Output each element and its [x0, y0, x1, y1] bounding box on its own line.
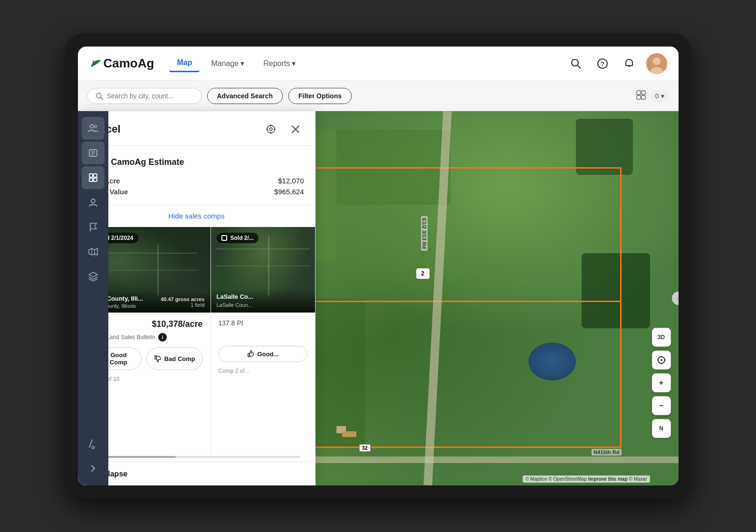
compare-badge[interactable]: 0 ▾	[651, 90, 669, 102]
dollar-icon	[88, 148, 98, 158]
comp-card-info-2: LaSalle Co... LaSalle Coun...	[211, 289, 315, 313]
estimate-title: CamoAg Estimate	[111, 157, 184, 167]
close-button[interactable]	[287, 121, 304, 138]
search-input-wrap[interactable]	[87, 88, 201, 104]
parcel-panel: Parcel	[78, 111, 316, 485]
advanced-search-button[interactable]: Advanced Search	[207, 88, 283, 104]
svg-point-27	[92, 446, 94, 449]
bell-icon	[624, 58, 634, 69]
flag-icon	[88, 222, 98, 232]
per-acre-value: $12,070	[278, 177, 304, 185]
layers-icon	[88, 271, 98, 282]
sidebar-item-map[interactable]	[82, 240, 105, 263]
svg-line-8	[101, 97, 103, 99]
estimate-rows: Per Acre $12,070 Total Value $965,624	[89, 175, 304, 197]
total-value-value: $965,624	[274, 188, 304, 196]
tablet-frame: CamoAg Map Manage ▾ Reports ▾	[65, 33, 692, 499]
svg-rect-22	[94, 178, 97, 181]
parcel-border-inner	[279, 167, 622, 302]
good-comp-button-2[interactable]: Good...	[219, 346, 307, 362]
notifications-button[interactable]	[620, 54, 639, 73]
search-input-icon	[96, 92, 103, 100]
source-info-button[interactable]: i	[158, 333, 167, 342]
tablet-screen: CamoAg Map Manage ▾ Reports ▾	[78, 47, 679, 485]
road-label-n415: N415th Rd	[592, 449, 621, 456]
search-icon	[571, 58, 581, 69]
locate-button[interactable]	[652, 351, 671, 370]
nav-links: Map Manage ▾ Reports ▾	[169, 55, 566, 72]
comp-pi-price-2: 137.8 PI	[219, 319, 307, 327]
svg-point-35	[269, 128, 272, 131]
svg-text:?: ?	[601, 60, 604, 67]
sidebar-item-grid[interactable]	[82, 166, 105, 189]
pond	[528, 342, 576, 380]
parcel-number: 2	[416, 268, 430, 279]
comp-actions-2: Good...	[219, 346, 307, 362]
people-icon	[88, 123, 98, 133]
chevron-right-icon	[89, 464, 97, 473]
sidebar-item-person[interactable]	[82, 191, 105, 214]
comp-scrollbar[interactable]	[93, 456, 300, 458]
top-nav: CamoAg Map Manage ▾ Reports ▾	[78, 47, 679, 81]
compare-icon	[635, 89, 647, 103]
thumbs-down-icon	[154, 355, 162, 362]
logo: CamoAg	[89, 56, 154, 71]
help-icon: ?	[597, 58, 608, 69]
svg-rect-10	[641, 91, 645, 95]
nav-reports[interactable]: Reports ▾	[256, 55, 303, 72]
comp-price-1: $10,378/acre	[152, 319, 202, 329]
svg-point-13	[90, 125, 93, 128]
estimate-title-row: $ CamoAg Estimate	[89, 153, 304, 171]
app-name: CamoAg	[104, 56, 154, 71]
map-controls: 3D + − N	[652, 328, 671, 438]
comp-details-2: 137.8 PI Good...	[211, 313, 315, 380]
svg-rect-20	[94, 174, 97, 177]
collapse-bar[interactable]: ‹ Collapse	[78, 462, 316, 485]
compare-area: 0 ▾	[635, 89, 669, 103]
user-avatar[interactable]	[646, 53, 667, 74]
locate-icon	[657, 355, 666, 365]
bad-comp-button[interactable]: Bad Comp	[146, 347, 203, 370]
comp-sold-badge-2: Sold 2/...	[217, 233, 258, 243]
svg-rect-12	[641, 95, 645, 99]
search-bar: Advanced Search Filter Options 0 ▾	[78, 81, 679, 111]
zoom-in-button[interactable]: +	[652, 373, 671, 392]
svg-rect-21	[89, 178, 93, 181]
estimate-section: $ CamoAg Estimate Per Acre $12,070 Total…	[78, 146, 316, 205]
north-button[interactable]: N	[652, 419, 671, 438]
hide-comps-button[interactable]: Hide sales comps	[78, 205, 316, 227]
nav-map[interactable]: Map	[169, 55, 200, 72]
sidebar-item-dollar[interactable]	[82, 142, 105, 164]
comp-counter-2: Comp 2 of...	[219, 368, 307, 380]
svg-point-23	[91, 199, 95, 203]
sidebar	[78, 111, 108, 485]
3d-button[interactable]: 3D	[652, 328, 671, 347]
crosshair-icon	[266, 124, 276, 134]
help-button[interactable]: ?	[593, 54, 612, 73]
measure-icon	[88, 438, 98, 449]
comps-scroll[interactable]: Sold 2/1/2024 LaSalle County, Illi... 40…	[78, 227, 316, 452]
nav-manage[interactable]: Manage ▾	[203, 55, 252, 72]
sidebar-item-people[interactable]	[82, 117, 105, 140]
grid-icon	[88, 172, 98, 183]
svg-rect-9	[637, 91, 641, 95]
search-input[interactable]	[107, 92, 183, 100]
per-acre-row: Per Acre $12,070	[91, 175, 304, 186]
svg-line-1	[577, 65, 580, 68]
sidebar-bottom	[82, 432, 105, 480]
comp-card-2: Sold 2/... LaSalle Co... LaSalle Coun...	[211, 227, 316, 452]
search-button[interactable]	[566, 54, 585, 73]
sidebar-item-measure[interactable]	[82, 432, 105, 455]
svg-rect-19	[89, 174, 93, 177]
target-button[interactable]	[262, 121, 279, 138]
comp-card-image-2: Sold 2/... LaSalle Co... LaSalle Coun...	[211, 227, 315, 313]
sidebar-item-expand[interactable]	[82, 457, 105, 480]
filter-options-button[interactable]: Filter Options	[288, 88, 352, 104]
section-marker: 32	[359, 444, 371, 452]
map-attribution: © Mapbox © OpenStreetMap Improve this ma…	[523, 475, 650, 483]
sidebar-item-layers[interactable]	[82, 265, 105, 288]
sidebar-item-flag[interactable]	[82, 216, 105, 238]
zoom-out-button[interactable]: −	[652, 396, 671, 415]
panel-header: Parcel	[78, 111, 316, 146]
svg-point-29	[660, 359, 662, 361]
